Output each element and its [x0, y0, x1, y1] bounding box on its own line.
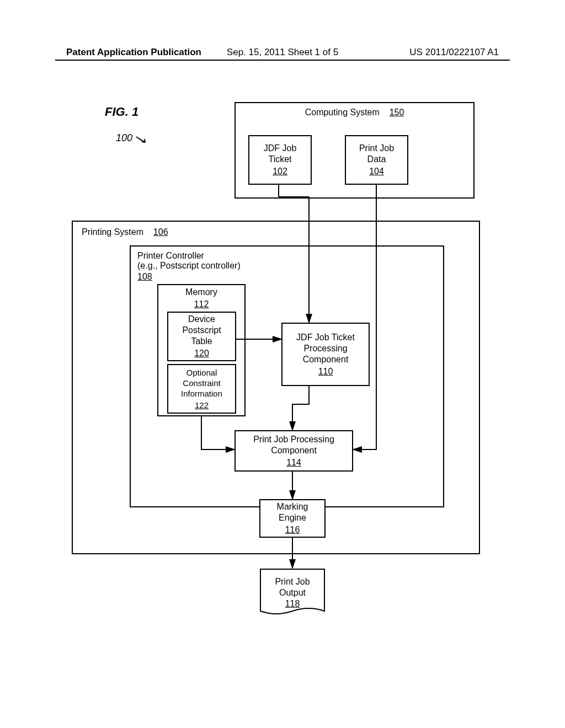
- computing-system-ref: 150: [390, 108, 404, 117]
- jdf-ticket-line1: JDF Job: [264, 143, 297, 153]
- marking-line1: Marking: [277, 502, 308, 512]
- constraint-line3: Information: [181, 389, 222, 398]
- print-data-ref: 104: [369, 167, 384, 176]
- jdf-processing-line3: Component: [303, 355, 349, 365]
- jdf-processing-box: JDF Job Ticket Processing Component 110: [281, 323, 370, 386]
- constraint-line2: Constraint: [183, 378, 220, 388]
- header-right: US 2011/0222107 A1: [409, 47, 499, 58]
- header-divider: [55, 60, 510, 61]
- output-line2: Output: [275, 588, 310, 598]
- jdf-processing-ref: 110: [318, 367, 333, 377]
- device-table-line3: Table: [191, 336, 212, 346]
- print-processing-line2: Component: [271, 446, 317, 456]
- constraint-box: Optional Constraint Information 122: [167, 364, 236, 414]
- memory-ref: 112: [194, 299, 209, 309]
- print-data-box: Print Job Data 104: [345, 135, 408, 185]
- marking-line2: Engine: [279, 513, 306, 523]
- printer-controller-line2: (e.g., Postscript controller): [137, 261, 241, 271]
- printing-system-title: Printing System: [82, 227, 143, 237]
- ref-100-label: 100: [116, 132, 132, 144]
- jdf-ticket-box: JDF Job Ticket 102: [248, 135, 312, 185]
- print-processing-ref: 114: [286, 458, 301, 468]
- device-table-line1: Device: [188, 314, 215, 324]
- printing-system-ref: 106: [153, 227, 168, 237]
- printer-controller-line1: Printer Controller: [137, 251, 241, 261]
- print-data-line1: Print Job: [359, 143, 394, 153]
- jdf-ticket-line2: Ticket: [268, 154, 291, 164]
- device-table-line2: Postscript: [182, 325, 221, 335]
- output-line1: Print Job: [275, 577, 310, 587]
- page-header: Patent Application Publication Sep. 15, …: [0, 47, 565, 58]
- device-table-ref: 120: [194, 349, 209, 358]
- print-processing-box: Print Job Processing Component 114: [234, 430, 353, 472]
- ref-100-hook-icon: [135, 132, 149, 146]
- computing-system-title: Computing System: [305, 108, 380, 117]
- print-data-line2: Data: [367, 154, 386, 164]
- constraint-ref: 122: [195, 400, 209, 410]
- print-processing-line1: Print Job Processing: [253, 435, 334, 445]
- header-left: Patent Application Publication: [66, 47, 201, 58]
- jdf-processing-line2: Processing: [303, 344, 347, 354]
- memory-title: Memory: [185, 287, 217, 297]
- marking-ref: 116: [285, 525, 300, 535]
- printer-controller-ref: 108: [137, 272, 152, 282]
- constraint-line1: Optional: [186, 368, 217, 377]
- output-ref: 118: [275, 599, 310, 609]
- figure-label: FIG. 1: [105, 105, 138, 119]
- device-table-box: Device Postscript Table 120: [167, 312, 236, 361]
- jdf-ticket-ref: 102: [273, 167, 287, 176]
- output-box: Print Job Output 118: [259, 568, 326, 618]
- header-center: Sep. 15, 2011 Sheet 1 of 5: [227, 47, 338, 58]
- marking-box: Marking Engine 116: [259, 499, 326, 538]
- jdf-processing-line1: JDF Job Ticket: [296, 333, 355, 342]
